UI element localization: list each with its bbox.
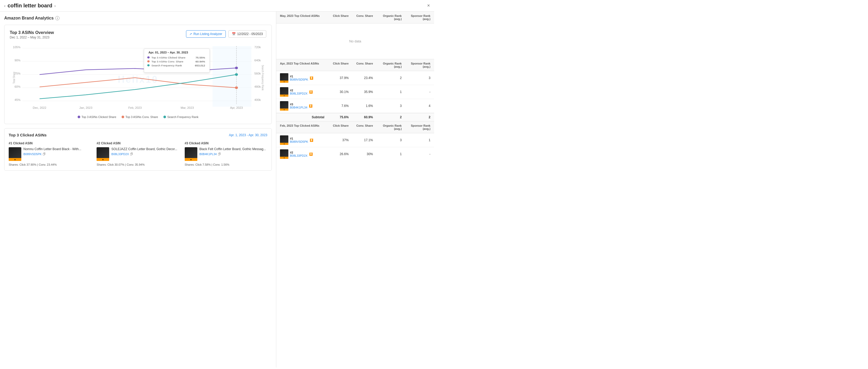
data-cell-0: 7.6%	[327, 104, 349, 108]
data-cell-3: 3	[404, 76, 430, 80]
asin-info: Black Felt Coffin Letter Board, Gothic M…	[199, 147, 266, 155]
close-button[interactable]: ×	[427, 3, 430, 8]
svg-text:Search Frequency Rank: Search Frequency Rank	[261, 65, 265, 91]
svg-text:60%: 60%	[14, 85, 21, 88]
asin-cell-info: #1 B089VSD5PK	[290, 75, 308, 81]
asin-cell-id[interactable]: B0B4K1PL34	[290, 106, 307, 109]
asin-cell-id[interactable]: B08L33PD2X	[290, 154, 308, 157]
calendar-icon: 📅	[232, 32, 236, 36]
info-icon[interactable]: i	[55, 16, 59, 20]
next-nav-arrow[interactable]: ›	[55, 4, 56, 8]
svg-text:720k: 720k	[254, 46, 261, 49]
asin-cell-id[interactable]: B08L33PD2X	[290, 92, 308, 95]
asin-rank-num: #1	[290, 75, 308, 78]
data-cell-3: 1	[404, 138, 430, 142]
asin-cell-id[interactable]: B089VSD5PK	[290, 140, 308, 143]
data-cell-1: 17.1%	[351, 138, 373, 142]
prev-nav-arrow[interactable]: ‹	[4, 4, 5, 8]
trend-icon: ⏬	[309, 104, 313, 108]
table-row: a #2 B08L33PD2X ⏬ 30.1%35.9%1-	[276, 85, 434, 99]
asin-cell-id[interactable]: B089VSD5PK	[290, 78, 308, 81]
data-cell-0: 26.6%	[327, 152, 349, 156]
run-listing-analyzer-button[interactable]: ➚ Run Listing Analyzer	[186, 30, 225, 38]
subtotal-label: Subtotal	[280, 115, 324, 119]
asin-shares: Shares: Click 7.58% | Conv. 1.56%	[185, 163, 267, 166]
chart-wrapper: Helix10 105% 90% 75% 60% 45% 720k 640k 5…	[10, 40, 266, 118]
copy-icon[interactable]: 🗍	[42, 152, 45, 155]
asin-cell: a #2 B08L33PD2X ⏬	[280, 149, 324, 159]
svg-text:Apr, 2023: Apr, 2023	[230, 106, 243, 109]
subtotal-val-1: 60.9%	[351, 115, 373, 119]
copy-icon[interactable]: 🗍	[130, 152, 133, 155]
left-panel: Amazon Brand Analytics i Top 3 ASINs Ove…	[0, 11, 276, 367]
asin-cell-info: #1 B089VSD5PK	[290, 137, 308, 143]
svg-text:560k: 560k	[254, 72, 261, 75]
page-title: coffin letter board	[8, 3, 52, 9]
svg-point-29	[147, 56, 150, 58]
col-header-0: Click Share	[327, 62, 349, 68]
chart-legend: Top 3 ASINs Clicked Share Top 3 ASINs Co…	[10, 115, 266, 118]
svg-point-32	[147, 60, 150, 62]
asin-cell: a #3 B0B4K1PL34 ⏬	[280, 101, 324, 111]
data-cell-3: -	[404, 152, 430, 156]
section-title-cell: Apr, 2023 Top Clicked ASINs	[280, 62, 324, 68]
data-cell-0: 37.9%	[327, 76, 349, 80]
svg-text:60.94%: 60.94%	[195, 60, 205, 63]
asin-grid: #1 Clicked ASIN a Nomnu Coffin Letter Bo…	[9, 141, 267, 166]
svg-text:Dec, 2022: Dec, 2022	[33, 106, 46, 109]
top-clicked-asins-card: Top 3 Clicked ASINs Apr. 1, 2023 - Apr. …	[4, 128, 272, 171]
svg-text:105%: 105%	[13, 46, 21, 49]
legend-conv-share: Top 3 ASINs Conv. Share	[122, 115, 158, 118]
svg-text:Mar, 2023: Mar, 2023	[181, 106, 194, 109]
right-section-1: Apr, 2023 Top Clicked ASINsClick ShareCo…	[276, 59, 434, 121]
date-range-picker[interactable]: 📅 12/2022 - 05/2023	[228, 30, 266, 38]
asin-rank-label: #2 Clicked ASIN	[97, 141, 179, 145]
svg-text:480k: 480k	[254, 85, 261, 88]
asin-product: a Nomnu Coffin Letter Board Black - With…	[9, 147, 91, 161]
subtotal-val-0: 75.6%	[327, 115, 349, 119]
asin-product: a Black Felt Coffin Letter Board, Gothic…	[185, 147, 267, 161]
svg-rect-22	[213, 46, 251, 107]
main-content: Amazon Brand Analytics i Top 3 ASINs Ove…	[0, 11, 434, 367]
subtotal-val-3: 2	[404, 115, 430, 119]
chart-title-block: Top 3 ASINs Overview Dec 1, 2022 – May 3…	[10, 30, 54, 39]
asin-id-row: B08L33PD2X 🗍	[111, 152, 177, 155]
col-header-2: Organic Rank (avg.)	[375, 124, 402, 131]
copy-icon[interactable]: 🗍	[218, 152, 221, 155]
asin-info: SOLEJAZZ Coffin Letter Board, Gothic Dec…	[111, 147, 177, 155]
col-header-0: Click Share	[327, 124, 349, 131]
data-cell-1: 1.6%	[351, 104, 373, 108]
asin-thumb: a	[280, 135, 288, 145]
asin-item: #3 Clicked ASIN a Black Felt Coffin Lett…	[185, 141, 267, 166]
chart-title: Top 3 ASINs Overview	[10, 30, 54, 35]
col-header-2: Organic Rank (avg.)	[375, 62, 402, 68]
breadcrumb-nav: ‹ coffin letter board ›	[4, 3, 56, 9]
right-table-header: Apr, 2023 Top Clicked ASINsClick ShareCo…	[276, 59, 434, 71]
asin-id-row: B0B4K1PL34 🗍	[199, 152, 266, 155]
col-header-3: Sponsor Rank (avg.)	[404, 124, 430, 131]
chart-container: Top 3 ASINs Overview Dec 1, 2022 – May 3…	[4, 25, 272, 124]
asin-info: Nomnu Coffin Letter Board Black - With..…	[23, 147, 81, 155]
asin-id[interactable]: B0B4K1PL34	[199, 152, 217, 155]
data-cell-3: -	[404, 90, 430, 94]
svg-text:653,012: 653,012	[195, 64, 205, 67]
top-bar: ‹ coffin letter board › ×	[0, 0, 434, 11]
table-row: a #3 B0B4K1PL34 ⏬ 7.6%1.6%34	[276, 99, 434, 113]
asin-id[interactable]: B08L33PD2X	[111, 152, 129, 155]
asin-cell: a #1 B089VSD5PK ⏬	[280, 135, 324, 145]
asin-image: a	[97, 147, 109, 161]
asin-id[interactable]: B089VSD5PK	[23, 152, 41, 155]
section-title-cell: Feb, 2023 Top Clicked ASINs	[280, 124, 324, 131]
data-cell-0: 37%	[327, 138, 349, 142]
analytics-title: Amazon Brand Analytics	[4, 16, 54, 21]
right-section-2: Feb, 2023 Top Clicked ASINsClick ShareCo…	[276, 121, 434, 161]
asin-shares: Shares: Click 37.90% | Conv. 23.44%	[9, 163, 91, 166]
asin-rank-label: #1 Clicked ASIN	[9, 141, 91, 145]
data-cell-2: 1	[375, 90, 402, 94]
svg-point-26	[235, 73, 238, 76]
svg-text:75.55%: 75.55%	[195, 56, 205, 59]
svg-text:Apr. 01, 2023 – Apr. 30, 2023: Apr. 01, 2023 – Apr. 30, 2023	[148, 51, 188, 54]
asin-shares: Shares: Click 30.07% | Conv. 35.94%	[97, 163, 179, 166]
trend-icon: ⏬	[309, 152, 313, 156]
svg-text:Top 3 ASINs Clicked Share: Top 3 ASINs Clicked Share	[152, 56, 186, 59]
